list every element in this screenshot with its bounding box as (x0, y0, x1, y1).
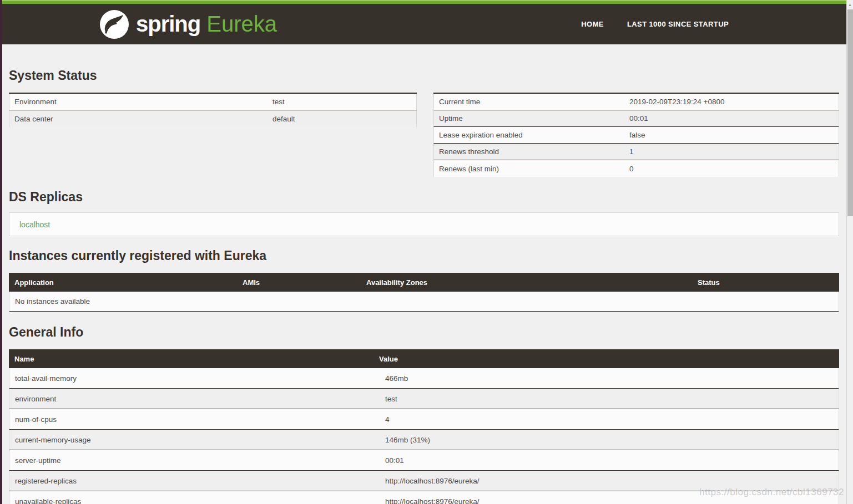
column-header-name: Name (9, 355, 379, 363)
row-label: environment (9, 395, 380, 403)
row-value: test (267, 98, 416, 106)
column-header-application: Application (9, 278, 243, 287)
window-edge-strip (0, 0, 2, 504)
row-value: false (624, 131, 839, 139)
table-row: Uptime 00:01 (433, 110, 839, 127)
table-row: Renews (last min) 0 (433, 160, 839, 177)
instances-table-header: Application AMIs Availability Zones Stat… (9, 273, 839, 292)
main-nav: HOME LAST 1000 SINCE STARTUP (581, 4, 729, 44)
table-row: Renews threshold 1 (433, 144, 839, 160)
table-row: environment test (9, 389, 839, 409)
nav-last-1000-link[interactable]: LAST 1000 SINCE STARTUP (627, 20, 729, 28)
table-row: Environment test (9, 94, 417, 110)
table-row: Current time 2019-02-09T23:19:24 +0800 (433, 94, 839, 110)
row-value: default (267, 115, 416, 123)
column-header-value: Value (379, 355, 839, 363)
table-row: server-uptime 00:01 (9, 450, 839, 471)
general-info-table: Name Value total-avail-memory 466mb envi… (9, 349, 839, 504)
row-value: 466mb (380, 374, 839, 383)
row-value: 0 (624, 165, 839, 173)
column-header-amis: AMIs (243, 278, 366, 287)
brand-spring-text: spring (136, 12, 200, 37)
table-row: unavailable-replicas http://localhost:89… (9, 491, 839, 504)
row-label: Renews threshold (434, 147, 624, 156)
row-label: Environment (9, 98, 267, 106)
table-row: current-memory-usage 146mb (31%) (9, 430, 839, 450)
vertical-scrollbar[interactable]: ▲ (846, 0, 853, 504)
row-label: Current time (434, 98, 624, 106)
page-content: System Status Environment test Data cent… (0, 68, 853, 504)
row-label: current-memory-usage (9, 436, 380, 444)
row-value: test (380, 395, 839, 403)
app-header: spring Eureka HOME LAST 1000 SINCE START… (0, 4, 853, 44)
table-row: Lease expiration enabled false (433, 127, 839, 144)
row-value: 146mb (31%) (380, 436, 839, 444)
instances-heading: Instances currently registered with Eure… (9, 248, 839, 263)
no-instances-message: No instances available (15, 297, 90, 306)
row-value: 00:01 (624, 114, 839, 123)
column-header-status: Status (698, 278, 839, 287)
row-value: 4 (380, 415, 839, 424)
spring-eureka-logo: spring Eureka (100, 9, 277, 39)
row-value: 1 (624, 147, 839, 156)
column-header-availability-zones: Availability Zones (366, 278, 698, 287)
scrollbar-up-button[interactable]: ▲ (847, 0, 853, 9)
row-value: 00:01 (380, 456, 839, 465)
replica-localhost-link[interactable]: localhost (19, 220, 50, 229)
ds-replicas-heading: DS Replicas (9, 190, 839, 205)
brand-product-text: Eureka (206, 12, 277, 37)
row-label: Uptime (434, 114, 624, 123)
general-info-table-header: Name Value (9, 349, 839, 368)
spring-leaf-icon (100, 10, 129, 39)
system-status-tables: Environment test Data center default Cur… (9, 93, 839, 177)
no-instances-row: No instances available (9, 292, 839, 312)
table-row: total-avail-memory 466mb (9, 368, 839, 389)
row-label: Lease expiration enabled (434, 131, 624, 139)
environment-table: Environment test Data center default (9, 93, 417, 127)
table-row: registered-replicas http://localhost:897… (9, 471, 839, 491)
row-value: http://localhost:8976/eureka/ (380, 497, 839, 504)
nav-home-link[interactable]: HOME (581, 20, 604, 28)
row-label: unavailable-replicas (9, 497, 380, 504)
row-label: Renews (last min) (434, 165, 624, 173)
top-accent-bar (0, 0, 853, 4)
table-row: num-of-cpus 4 (9, 409, 839, 430)
system-status-heading: System Status (9, 68, 839, 83)
row-label: server-uptime (9, 456, 380, 465)
row-value: http://localhost:8976/eureka/ (380, 477, 839, 485)
general-info-heading: General Info (9, 325, 839, 340)
row-label: num-of-cpus (9, 415, 380, 424)
ds-replicas-box: localhost (9, 212, 839, 236)
row-label: registered-replicas (9, 477, 380, 485)
table-row: Data center default (9, 110, 417, 127)
row-label: total-avail-memory (9, 374, 380, 383)
row-value: 2019-02-09T23:19:24 +0800 (624, 98, 839, 106)
runtime-status-table: Current time 2019-02-09T23:19:24 +0800 U… (433, 93, 839, 177)
scrollbar-thumb[interactable] (847, 9, 853, 216)
row-label: Data center (9, 115, 267, 123)
instances-table: Application AMIs Availability Zones Stat… (9, 273, 839, 312)
